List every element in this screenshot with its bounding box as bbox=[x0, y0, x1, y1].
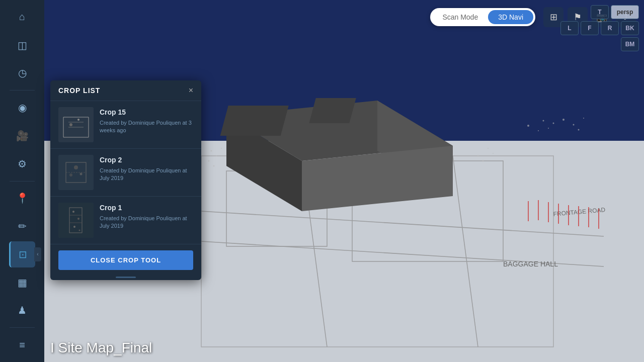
svg-text:BAGGAGE HALL: BAGGAGE HALL bbox=[503, 260, 558, 268]
svg-point-17 bbox=[208, 160, 210, 162]
close-crop-tool-button[interactable]: CLOSE CROP TOOL bbox=[58, 250, 193, 270]
home-icon: ⌂ bbox=[19, 11, 25, 23]
crop-1-meta: Created by Dominique Pouliquen at July 2… bbox=[100, 215, 193, 230]
crop-panel-header: CROP LIST × bbox=[50, 80, 201, 101]
crop-15-meta: Created by Dominique Pouliquen at 3 week… bbox=[100, 119, 193, 135]
crop-1-thumbnail bbox=[58, 203, 94, 238]
clock-icon: ◷ bbox=[18, 67, 27, 79]
svg-point-24 bbox=[527, 125, 529, 127]
bottom-view-button[interactable]: BM bbox=[621, 37, 639, 51]
sidebar-item-camera[interactable]: 🎥 bbox=[9, 123, 35, 149]
drag-handle bbox=[116, 277, 136, 278]
crop-panel-close-button[interactable]: × bbox=[189, 86, 193, 95]
svg-point-54 bbox=[74, 165, 78, 169]
sidebar-item-media[interactable]: ▦ bbox=[9, 269, 35, 296]
svg-line-5 bbox=[201, 211, 604, 236]
divider-3 bbox=[10, 327, 35, 328]
crop-15-name: Crop 15 bbox=[100, 108, 193, 116]
sidebar-item-draw[interactable]: ✏ bbox=[9, 213, 35, 239]
crop-1-name: Crop 1 bbox=[100, 204, 193, 212]
location-icon: 📍 bbox=[16, 192, 29, 204]
divider-1 bbox=[10, 90, 35, 90]
svg-line-6 bbox=[201, 241, 604, 266]
persp-view-button[interactable]: persp bbox=[611, 5, 639, 19]
crop-2-meta: Created by Dominique Pouliquen at July 2… bbox=[100, 167, 193, 183]
sidebar-item-scene[interactable]: ◉ bbox=[9, 95, 35, 121]
crop-15-thumbnail bbox=[58, 107, 94, 142]
sidebar-item-location[interactable]: 📍 bbox=[9, 186, 35, 212]
view-row-mid: L F R BK bbox=[560, 21, 639, 35]
svg-point-65 bbox=[79, 230, 80, 231]
svg-marker-10 bbox=[226, 116, 302, 211]
view-row-top: T persp bbox=[560, 5, 639, 19]
svg-marker-11 bbox=[377, 101, 453, 196]
svg-rect-13 bbox=[220, 106, 289, 136]
sidebar-item-layers2[interactable]: ≡ bbox=[9, 332, 35, 358]
svg-point-29 bbox=[562, 119, 565, 121]
figure-icon: ♟ bbox=[18, 304, 27, 316]
crop-item-2[interactable]: Crop 2 Created by Dominique Pouliquen at… bbox=[50, 149, 201, 197]
svg-line-7 bbox=[453, 156, 478, 347]
grid-icon: ⊞ bbox=[550, 12, 557, 23]
svg-line-8 bbox=[302, 156, 327, 347]
sidebar-item-history[interactable]: ◷ bbox=[9, 60, 35, 86]
scan-mode-button[interactable]: Scan Mode bbox=[432, 10, 488, 24]
svg-point-21 bbox=[488, 148, 489, 149]
svg-rect-4 bbox=[352, 161, 503, 261]
svg-point-26 bbox=[538, 130, 539, 131]
layers2-icon: ≡ bbox=[19, 339, 25, 351]
top-view-button[interactable]: T bbox=[591, 5, 609, 19]
pen-icon: ✏ bbox=[18, 220, 27, 232]
svg-point-31 bbox=[583, 118, 584, 119]
svg-point-50 bbox=[69, 123, 72, 126]
left-view-button[interactable]: L bbox=[560, 21, 579, 35]
crop-panel: CROP LIST × Crop 1 bbox=[50, 80, 201, 280]
svg-marker-12 bbox=[302, 146, 453, 211]
right-view-button[interactable]: R bbox=[601, 21, 619, 35]
back-view-button[interactable]: BK bbox=[621, 21, 639, 35]
crop-list: Crop 15 Created by Dominique Pouliquen a… bbox=[50, 101, 201, 244]
svg-marker-9 bbox=[226, 101, 453, 161]
sidebar-item-layers[interactable]: ◫ bbox=[9, 32, 35, 58]
sidebar-item-crop[interactable]: ⊡ ‹ bbox=[9, 241, 35, 267]
svg-point-32 bbox=[578, 129, 580, 131]
sidebar-item-settings[interactable]: ⚙ bbox=[9, 151, 35, 177]
svg-point-63 bbox=[77, 218, 79, 220]
svg-point-22 bbox=[482, 160, 484, 162]
svg-point-27 bbox=[553, 123, 554, 124]
3d-navi-button[interactable]: 3D Navi bbox=[488, 10, 533, 24]
top-toolbar: Scan Mode 3D Navi ⊞ ⚑ 📷 ⤴ bbox=[44, 0, 644, 34]
layers-icon: ◫ bbox=[18, 39, 27, 51]
site-title-text: I Site Map_Final bbox=[50, 340, 152, 355]
crop-item-15[interactable]: Crop 15 Created by Dominique Pouliquen a… bbox=[50, 101, 201, 149]
crop-2-info: Crop 2 Created by Dominique Pouliquen at… bbox=[100, 155, 193, 183]
crop-15-info: Crop 15 Created by Dominique Pouliquen a… bbox=[100, 107, 193, 135]
divider-2 bbox=[10, 181, 35, 182]
svg-point-64 bbox=[73, 226, 75, 228]
svg-point-28 bbox=[548, 128, 549, 129]
scene-icon: ◉ bbox=[18, 102, 27, 114]
sidebar-item-figure[interactable]: ♟ bbox=[9, 298, 35, 324]
bottom-site-label: I Site Map_Final bbox=[50, 340, 152, 356]
media-icon: ▦ bbox=[18, 277, 27, 289]
mode-toggle: Scan Mode 3D Navi bbox=[430, 8, 535, 26]
sidebar-item-home[interactable]: ⌂ bbox=[9, 4, 35, 30]
gear-icon: ⚙ bbox=[18, 158, 27, 170]
svg-point-62 bbox=[72, 211, 74, 213]
svg-point-51 bbox=[77, 119, 79, 121]
svg-point-30 bbox=[573, 124, 575, 126]
svg-point-56 bbox=[80, 173, 83, 175]
crop-2-thumbnail bbox=[58, 155, 94, 190]
view-controls: T persp L F R BK BM bbox=[560, 5, 639, 51]
camera-icon: 🎥 bbox=[16, 130, 29, 142]
crop-2-name: Crop 2 bbox=[100, 156, 193, 164]
crop-item-1[interactable]: Crop 1 Created by Dominique Pouliquen at… bbox=[50, 197, 201, 244]
svg-rect-3 bbox=[226, 171, 327, 246]
svg-rect-14 bbox=[309, 98, 356, 123]
front-view-button[interactable]: F bbox=[581, 21, 599, 35]
crop-panel-title: CROP LIST bbox=[58, 86, 100, 95]
svg-point-15 bbox=[211, 150, 212, 152]
sidebar-collapse-arrow[interactable]: ‹ bbox=[34, 247, 41, 261]
crop-icon: ⊡ bbox=[19, 248, 27, 260]
svg-text:FRONTAGE ROAD: FRONTAGE ROAD bbox=[553, 206, 606, 218]
